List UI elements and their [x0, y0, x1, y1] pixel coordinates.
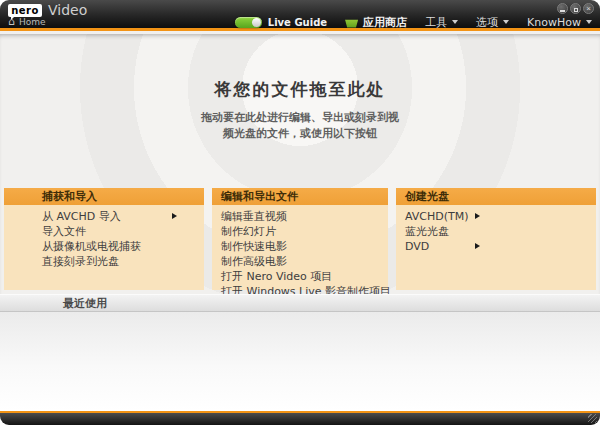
menu-item-open-nero-video-project[interactable]: 打开 Nero Video 项目 [221, 269, 388, 284]
panel-capture-import: 捕获和导入 从 AVCHD 导入 导入文件 从摄像机或电视捕获 直接刻录到光盘 [4, 188, 204, 290]
menu-item-import-files[interactable]: 导入文件 [42, 224, 204, 239]
knowhow-label: KnowHow [527, 16, 581, 29]
panel-create-disc: 创建光盘 AVCHD(TM) 蓝光光盘 DVD [396, 188, 596, 290]
menu-item-dvd[interactable]: DVD [405, 239, 596, 254]
resize-grip-icon[interactable] [588, 414, 597, 423]
nero-video-window: nero Video × ⌂ Home Live Guide 应用商店 工具 [0, 0, 600, 425]
submenu-arrow-icon [172, 213, 177, 219]
menu-item-make-slideshow[interactable]: 制作幻灯片 [221, 224, 388, 239]
close-button[interactable]: × [583, 3, 594, 14]
menu-item-burn-directly[interactable]: 直接刻录到光盘 [42, 254, 204, 269]
menu-item-label: 从 AVCHD 导入 [42, 210, 121, 223]
drop-zone-subtitle: 拖动要在此处进行编辑、导出或刻录到视 频光盘的文件，或使用以下按钮 [0, 110, 600, 142]
chevron-down-icon [452, 20, 458, 27]
menu-item-make-advanced-movie[interactable]: 制作高级电影 [221, 254, 388, 269]
panel-body: 从 AVCHD 导入 导入文件 从摄像机或电视捕获 直接刻录到光盘 [4, 205, 204, 269]
submenu-arrow-icon [475, 243, 480, 249]
restore-button[interactable] [570, 3, 581, 14]
app-store-label: 应用商店 [363, 15, 407, 30]
subtitle-line-1: 拖动要在此处进行编辑、导出或刻录到视 [0, 110, 600, 126]
tools-menu[interactable]: 工具 [425, 15, 458, 30]
menu-item-label: 打开 Nero Video 项目 [221, 270, 332, 283]
window-controls: × [557, 3, 594, 14]
minimize-button[interactable] [557, 3, 568, 14]
menu-item-label: 蓝光光盘 [405, 225, 449, 238]
panel-title-create-disc: 创建光盘 [396, 188, 596, 205]
panel-title-edit-export: 编辑和导出文件 [212, 188, 388, 205]
chevron-down-icon [503, 20, 509, 27]
menu-item-label: 从摄像机或电视捕获 [42, 240, 141, 253]
panel-title-capture-import: 捕获和导入 [4, 188, 204, 205]
menu-item-label: AVCHD(TM) [405, 210, 469, 223]
titlebar: nero Video × ⌂ Home Live Guide 应用商店 工具 [0, 0, 600, 31]
home-icon: ⌂ [8, 17, 15, 27]
menu-item-label: DVD [405, 240, 429, 253]
restore-icon [574, 8, 578, 12]
panel-edit-export: 编辑和导出文件 编辑垂直视频 制作幻灯片 制作快速电影 制作高级电影 打开 Ne… [212, 188, 388, 290]
chevron-down-icon [586, 20, 592, 27]
options-label: 选项 [476, 15, 498, 30]
submenu-arrow-icon [475, 213, 480, 219]
menu-item-capture-camcorder-tv[interactable]: 从摄像机或电视捕获 [42, 239, 204, 254]
breadcrumb-home[interactable]: ⌂ Home [8, 17, 46, 27]
recently-used-area [0, 312, 600, 411]
knowhow-menu[interactable]: KnowHow [527, 16, 592, 29]
menu-item-label: 导入文件 [42, 225, 86, 238]
subtitle-line-2: 频光盘的文件，或使用以下按钮 [0, 126, 600, 142]
options-menu[interactable]: 选项 [476, 15, 509, 30]
home-label: Home [19, 17, 46, 27]
drop-zone[interactable]: 将您的文件拖至此处 拖动要在此处进行编辑、导出或刻录到视 频光盘的文件，或使用以… [0, 34, 600, 294]
menu-item-label: 制作高级电影 [221, 255, 287, 268]
toggle-knob-icon [252, 18, 261, 27]
app-store-button[interactable]: 应用商店 [345, 15, 407, 30]
menu-item-bluray-disc[interactable]: 蓝光光盘 [405, 224, 596, 239]
shopping-basket-icon [345, 18, 358, 28]
recently-used-header: 最近使用 [0, 294, 600, 312]
panel-body: 编辑垂直视频 制作幻灯片 制作快速电影 制作高级电影 打开 Nero Video… [212, 205, 388, 299]
live-guide-toggle[interactable] [235, 17, 262, 28]
menu-item-label: 直接刻录到光盘 [42, 255, 119, 268]
menu-item-make-express-movie[interactable]: 制作快速电影 [221, 239, 388, 254]
menu-item-label: 制作幻灯片 [221, 225, 276, 238]
panel-body: AVCHD(TM) 蓝光光盘 DVD [396, 205, 596, 254]
drop-zone-title: 将您的文件拖至此处 [0, 78, 600, 101]
menu-item-avchd[interactable]: AVCHD(TM) [405, 209, 596, 224]
menu-item-label: 制作快速电影 [221, 240, 287, 253]
tools-label: 工具 [425, 15, 447, 30]
menu-item-label: 编辑垂直视频 [221, 210, 287, 223]
menu-item-edit-vertical-video[interactable]: 编辑垂直视频 [221, 209, 388, 224]
menu-item-import-avchd[interactable]: 从 AVCHD 导入 [42, 209, 204, 224]
minimize-icon [560, 10, 565, 12]
top-menu: Live Guide 应用商店 工具 选项 KnowHow [217, 15, 592, 30]
live-guide-toggle-group[interactable]: Live Guide [235, 17, 327, 28]
live-guide-label: Live Guide [268, 17, 327, 28]
app-title: Video [48, 2, 87, 18]
bottom-statusbar [0, 413, 600, 425]
